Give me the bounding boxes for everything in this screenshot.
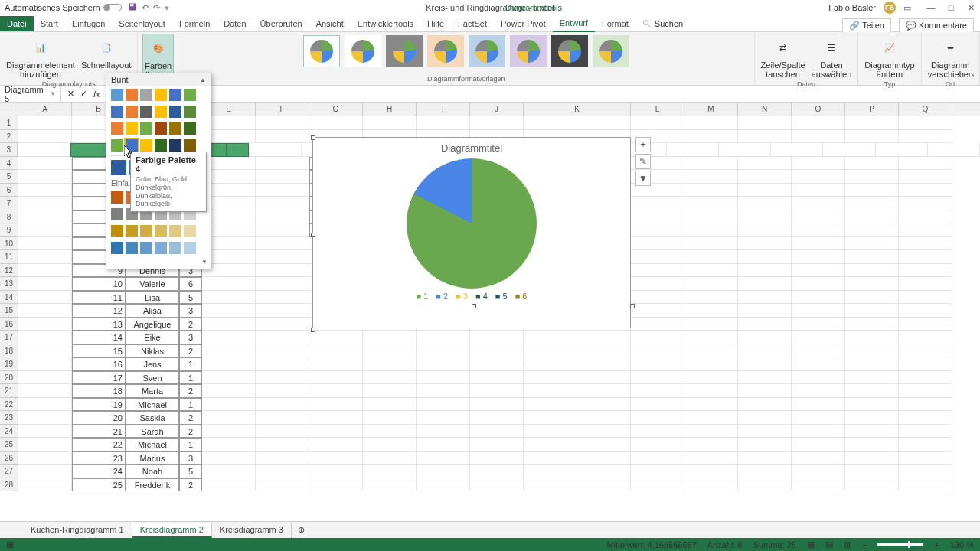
cell[interactable]: [416, 331, 470, 344]
cell[interactable]: [792, 264, 845, 278]
color-swatch[interactable]: [155, 225, 167, 237]
cell[interactable]: [631, 291, 684, 305]
cell[interactable]: [363, 425, 416, 439]
chart-style-2[interactable]: [345, 35, 381, 67]
chart-legend[interactable]: 123456: [313, 289, 630, 304]
cell[interactable]: [738, 411, 792, 425]
cell[interactable]: [256, 425, 309, 439]
cell[interactable]: [631, 384, 684, 398]
cell[interactable]: [684, 357, 738, 371]
cell[interactable]: [18, 344, 72, 358]
cell[interactable]: [631, 438, 684, 452]
col-header-O[interactable]: O: [792, 103, 845, 116]
switch-row-col-button[interactable]: ⇄Zeile/Spalte tauschen: [760, 34, 807, 80]
color-swatch[interactable]: [169, 89, 181, 101]
cell[interactable]: [18, 130, 72, 144]
cell[interactable]: 14: [72, 331, 126, 344]
cell[interactable]: [631, 398, 684, 412]
col-header-P[interactable]: P: [845, 103, 899, 116]
color-swatch[interactable]: [140, 242, 152, 254]
row-header-3[interactable]: 3: [0, 143, 18, 157]
color-swatch[interactable]: [126, 106, 138, 118]
cell[interactable]: [738, 465, 792, 478]
row-header-16[interactable]: 16: [0, 318, 18, 331]
color-swatch[interactable]: [140, 139, 152, 152]
col-header-K[interactable]: K: [524, 103, 631, 116]
cell[interactable]: [524, 331, 631, 344]
chart-style-8[interactable]: [593, 35, 629, 67]
palette-row-0[interactable]: [106, 86, 211, 103]
cell[interactable]: [792, 277, 845, 291]
tab-factset[interactable]: FactSet: [451, 16, 494, 31]
cell[interactable]: Fredderik: [126, 478, 179, 492]
maximize-button[interactable]: □: [946, 3, 956, 12]
sheet-tab[interactable]: Kreisdiagramm 3: [212, 523, 292, 538]
cell[interactable]: [738, 157, 792, 171]
cell[interactable]: [631, 250, 684, 264]
palette-row-2[interactable]: [106, 120, 211, 137]
cell[interactable]: [792, 411, 845, 425]
cell[interactable]: [738, 357, 792, 371]
cancel-formula-icon[interactable]: ✕: [67, 89, 74, 99]
row-header-27[interactable]: 27: [0, 465, 18, 478]
cell[interactable]: [631, 425, 684, 439]
cell[interactable]: [876, 143, 928, 157]
cell[interactable]: [684, 384, 738, 398]
cell[interactable]: [363, 371, 416, 385]
chart-style-5[interactable]: [469, 35, 505, 67]
cell[interactable]: [738, 184, 792, 197]
cell[interactable]: [684, 130, 738, 144]
cell[interactable]: [631, 411, 684, 425]
color-swatch[interactable]: [169, 225, 181, 237]
cell[interactable]: [845, 157, 899, 171]
cell[interactable]: [363, 411, 416, 425]
chart-style-3[interactable]: [386, 35, 423, 67]
cell[interactable]: Michael: [126, 398, 179, 412]
cell[interactable]: 23: [72, 452, 126, 465]
cell[interactable]: [256, 304, 309, 318]
row-header-2[interactable]: 2: [0, 130, 18, 144]
cell[interactable]: 18: [72, 384, 126, 398]
zoom-in-button[interactable]: +: [934, 540, 939, 549]
cell[interactable]: [792, 130, 845, 144]
cell[interactable]: [18, 264, 72, 278]
chart-style-4[interactable]: [427, 35, 464, 67]
cell[interactable]: [899, 237, 952, 251]
cell[interactable]: Niklas: [126, 344, 179, 358]
cell[interactable]: [899, 264, 952, 278]
cell[interactable]: [470, 398, 524, 412]
color-swatch[interactable]: [111, 122, 123, 135]
cell[interactable]: [631, 371, 684, 385]
cell[interactable]: [684, 465, 738, 478]
row-header-26[interactable]: 26: [0, 452, 18, 465]
row-header-15[interactable]: 15: [0, 304, 18, 318]
collapse-ribbon-icon[interactable]: ˄: [971, 73, 975, 83]
enter-formula-icon[interactable]: ✓: [80, 89, 87, 99]
chart-title[interactable]: Diagrammtitel: [313, 138, 630, 158]
cell[interactable]: [524, 411, 631, 425]
cell[interactable]: [738, 291, 792, 305]
cell[interactable]: [738, 237, 792, 251]
cell[interactable]: [684, 425, 738, 439]
cell[interactable]: [363, 357, 416, 371]
col-header-F[interactable]: F: [256, 103, 309, 116]
cell[interactable]: [363, 398, 416, 412]
cell[interactable]: [845, 210, 899, 224]
color-swatch[interactable]: [111, 242, 123, 254]
cell[interactable]: [845, 237, 899, 251]
cell[interactable]: [738, 344, 792, 358]
cell[interactable]: [631, 478, 684, 492]
cell[interactable]: [792, 384, 845, 398]
cell[interactable]: [792, 210, 845, 224]
cell[interactable]: [363, 452, 416, 465]
cell[interactable]: [416, 344, 470, 358]
cell[interactable]: 2: [179, 318, 202, 331]
cell[interactable]: [684, 264, 738, 278]
cell[interactable]: [845, 277, 899, 291]
cell[interactable]: [684, 344, 738, 358]
select-data-button[interactable]: ☰Daten auswählen: [810, 34, 854, 80]
cell[interactable]: [792, 344, 845, 358]
cell[interactable]: [845, 116, 899, 130]
chart-style-1[interactable]: [303, 35, 340, 67]
cell[interactable]: [667, 143, 719, 157]
